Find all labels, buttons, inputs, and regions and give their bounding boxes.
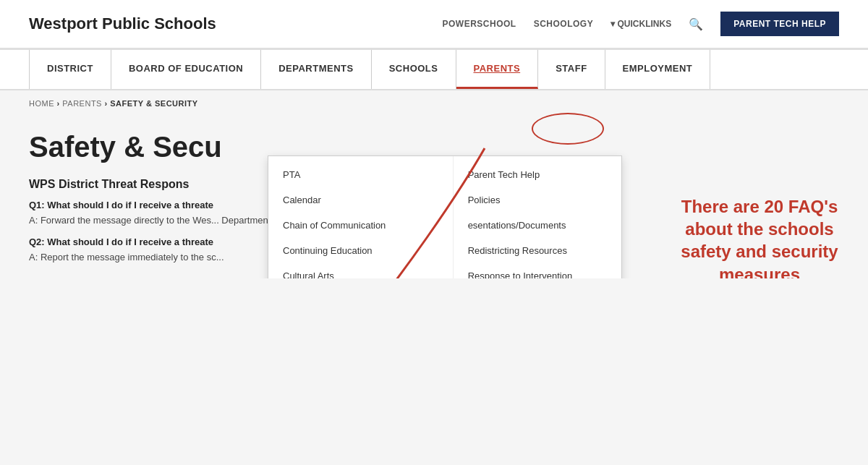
site-title: Westport Public Schools bbox=[29, 14, 216, 33]
dropdown-chain-of-communication[interactable]: Chain of Communication bbox=[268, 213, 453, 238]
quicklinks-button[interactable]: ▾ QUICKLINKS bbox=[610, 19, 671, 29]
annotation-area: There are 20 FAQ's about the schools saf… bbox=[680, 195, 839, 278]
breadcrumb-home[interactable]: HOME bbox=[29, 99, 54, 108]
nav-schools[interactable]: SCHOOLS bbox=[372, 50, 456, 89]
dropdown-continuing-education[interactable]: Continuing Education bbox=[268, 238, 453, 263]
nav-employment[interactable]: EMPLOYMENT bbox=[605, 50, 711, 89]
dropdown-col-left: PTA Calendar Chain of Communication Cont… bbox=[268, 156, 454, 278]
powerschool-link[interactable]: POWERSCHOOL bbox=[443, 19, 516, 29]
nav-departments[interactable]: DEPARTMENTS bbox=[261, 50, 371, 89]
dropdown-response-intervention[interactable]: Response to Intervention bbox=[454, 263, 621, 278]
dropdown-cultural-arts[interactable]: Cultural Arts bbox=[268, 263, 453, 278]
breadcrumb-parents[interactable]: PARENTS bbox=[62, 99, 102, 108]
nav-board[interactable]: BOARD OF EDUCATION bbox=[111, 50, 261, 89]
dropdown-col-right: Parent Tech Help Policies esentations/Do… bbox=[454, 156, 621, 278]
dropdown-calendar[interactable]: Calendar bbox=[268, 187, 453, 213]
dropdown-redistricting[interactable]: Redistricting Resources bbox=[454, 238, 621, 263]
nav-staff[interactable]: STAFF bbox=[538, 50, 605, 89]
annotation-text: There are 20 FAQ's about the schools saf… bbox=[680, 195, 839, 278]
search-icon[interactable]: 🔍 bbox=[689, 17, 703, 31]
dropdown-policies[interactable]: Policies bbox=[454, 187, 621, 213]
nav-parents[interactable]: PARENTS bbox=[456, 50, 539, 89]
breadcrumb: HOME › PARENTS › SAFETY & SECURITY bbox=[0, 90, 868, 116]
dropdown-parent-tech-help[interactable]: Parent Tech Help bbox=[454, 162, 621, 187]
parents-dropdown: PTA Calendar Chain of Communication Cont… bbox=[268, 155, 622, 278]
main-nav: DISTRICT BOARD OF EDUCATION DEPARTMENTS … bbox=[0, 48, 868, 90]
dropdown-presentations[interactable]: esentations/Documents bbox=[454, 213, 621, 238]
breadcrumb-current: SAFETY & SECURITY bbox=[110, 99, 197, 108]
top-nav: POWERSCHOOL SCHOOLOGY ▾ QUICKLINKS 🔍 PAR… bbox=[443, 12, 839, 36]
nav-district[interactable]: DISTRICT bbox=[29, 50, 111, 89]
parent-tech-help-button[interactable]: PARENT TECH HELP bbox=[720, 12, 839, 36]
schoology-link[interactable]: SCHOOLOGY bbox=[534, 19, 594, 29]
top-bar: Westport Public Schools POWERSCHOOL SCHO… bbox=[0, 0, 868, 48]
dropdown-pta[interactable]: PTA bbox=[268, 162, 453, 187]
parents-circle-annotation bbox=[532, 113, 604, 145]
